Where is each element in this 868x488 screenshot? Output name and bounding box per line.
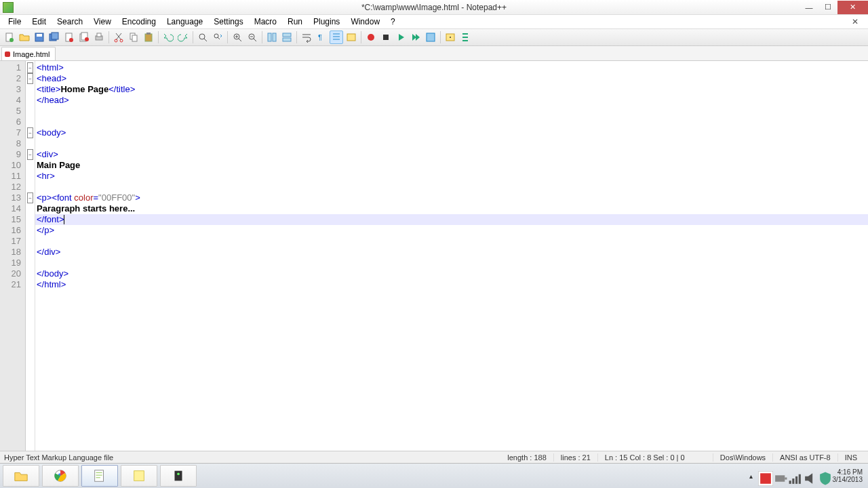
- code-line[interactable]: [35, 106, 868, 117]
- fold-toggle[interactable]: −: [27, 192, 33, 203]
- code-line[interactable]: </p>: [35, 225, 868, 236]
- user-lang-button[interactable]: [344, 30, 358, 44]
- fold-toggle[interactable]: −: [27, 73, 33, 84]
- sync-v-button[interactable]: [265, 30, 279, 44]
- play-macro-button[interactable]: [394, 30, 408, 44]
- indent-guide-button[interactable]: [330, 30, 343, 44]
- svg-rect-24: [273, 33, 276, 41]
- minimize-button[interactable]: —: [800, 1, 818, 14]
- zoom-in-button[interactable]: [231, 30, 244, 44]
- code-line[interactable]: [35, 138, 868, 149]
- code-line[interactable]: [35, 182, 868, 192]
- close-file-button[interactable]: [62, 30, 76, 44]
- code-line[interactable]: <p><font color="00FF00">: [35, 192, 868, 203]
- menu-window[interactable]: Window: [345, 16, 385, 28]
- record-macro-button[interactable]: [364, 30, 378, 44]
- menu-macro[interactable]: Macro: [249, 16, 282, 28]
- function-list-button[interactable]: [458, 30, 472, 44]
- menu-language[interactable]: Language: [161, 16, 208, 28]
- menu-view[interactable]: View: [88, 16, 117, 28]
- redo-button[interactable]: [176, 30, 190, 44]
- taskbar-clock[interactable]: 4:16 PM 3/14/2013: [833, 468, 866, 483]
- tray-power-icon[interactable]: [773, 471, 783, 481]
- taskbar-chrome[interactable]: [42, 465, 79, 487]
- cut-button[interactable]: [112, 30, 125, 44]
- play-multi-button[interactable]: [409, 30, 422, 44]
- svg-rect-44: [792, 479, 794, 484]
- fold-toggle[interactable]: −: [27, 62, 33, 73]
- svg-point-10: [85, 37, 89, 41]
- replace-button[interactable]: [211, 30, 224, 44]
- paste-button[interactable]: [142, 30, 155, 44]
- code-line[interactable]: <div>: [35, 149, 868, 160]
- tray-network-icon[interactable]: [788, 471, 797, 481]
- maximize-button[interactable]: ☐: [818, 1, 837, 14]
- code-line[interactable]: </html>: [35, 279, 868, 290]
- sync-h-button[interactable]: [280, 30, 294, 44]
- code-line[interactable]: </body>: [35, 268, 868, 279]
- svg-point-39: [177, 472, 180, 475]
- fold-toggle[interactable]: −: [27, 149, 33, 160]
- close-document-button[interactable]: ✕: [846, 16, 864, 28]
- taskbar-notes[interactable]: [121, 465, 157, 487]
- editor[interactable]: 123456789101112131415161718192021 −−−−− …: [0, 61, 868, 451]
- code-line[interactable]: <hr>: [35, 171, 868, 182]
- close-button[interactable]: ✕: [837, 1, 868, 14]
- menu-search[interactable]: Search: [52, 16, 88, 28]
- copy-button[interactable]: [127, 30, 140, 44]
- zoom-out-button[interactable]: [245, 30, 259, 44]
- tray-chevron-icon[interactable]: ▴: [749, 472, 753, 480]
- menu-help[interactable]: ?: [385, 16, 401, 28]
- menu-settings[interactable]: Settings: [208, 16, 248, 28]
- tray-volume-icon[interactable]: [803, 471, 812, 481]
- menu-edit[interactable]: Edit: [26, 16, 52, 28]
- code-line[interactable]: <html>: [35, 62, 868, 73]
- print-button[interactable]: [92, 30, 106, 44]
- fold-toggle[interactable]: −: [27, 127, 33, 138]
- menu-bar: File Edit Search View Encoding Language …: [0, 15, 868, 28]
- tray-flag-icon[interactable]: [758, 471, 768, 481]
- menu-plugins[interactable]: Plugins: [308, 16, 345, 28]
- code-area[interactable]: <html><head><title>Home Page</title></he…: [35, 61, 868, 451]
- title-bar: *C:\wamp\www\Image.html - Notepad++ — ☐ …: [0, 0, 868, 15]
- save-button[interactable]: [33, 30, 46, 44]
- undo-button[interactable]: [161, 30, 175, 44]
- new-file-button[interactable]: [3, 30, 16, 44]
- code-line[interactable]: </head>: [35, 95, 868, 106]
- svg-rect-43: [789, 481, 791, 484]
- file-tab[interactable]: Image.html: [1, 47, 56, 60]
- code-line[interactable]: <body>: [35, 127, 868, 138]
- system-tray: ▴ 4:16 PM 3/14/2013: [749, 468, 866, 483]
- status-insert-mode: INS: [838, 453, 864, 462]
- code-line[interactable]: [35, 258, 868, 268]
- menu-file[interactable]: File: [3, 16, 26, 28]
- code-line[interactable]: Paragraph starts here...: [35, 203, 868, 214]
- taskbar-wamp[interactable]: [160, 465, 197, 487]
- code-line[interactable]: </font>: [35, 214, 868, 225]
- status-length: length : 188: [500, 453, 554, 462]
- taskbar-notepadpp[interactable]: [81, 465, 118, 487]
- code-line[interactable]: Main Page: [35, 160, 868, 171]
- svg-rect-23: [268, 33, 271, 41]
- show-spaces-button[interactable]: [443, 30, 457, 44]
- svg-rect-18: [146, 33, 151, 35]
- save-all-button[interactable]: [47, 30, 61, 44]
- menu-run[interactable]: Run: [282, 16, 308, 28]
- taskbar-explorer[interactable]: [3, 465, 39, 487]
- stop-macro-button[interactable]: [379, 30, 393, 44]
- code-line[interactable]: <title>Home Page</title>: [35, 84, 868, 95]
- wordwrap-button[interactable]: [300, 30, 313, 44]
- code-line[interactable]: [35, 236, 868, 247]
- code-line[interactable]: </div>: [35, 247, 868, 258]
- code-line[interactable]: <head>: [35, 73, 868, 84]
- tray-shield-icon[interactable]: [818, 471, 827, 481]
- show-all-chars-button[interactable]: ¶: [315, 30, 328, 44]
- open-file-button[interactable]: [18, 30, 31, 44]
- save-macro-button[interactable]: [424, 30, 437, 44]
- close-all-button[interactable]: [77, 30, 91, 44]
- find-button[interactable]: [196, 30, 210, 44]
- svg-rect-28: [347, 34, 355, 41]
- menu-encoding[interactable]: Encoding: [117, 16, 161, 28]
- svg-rect-3: [37, 34, 42, 37]
- code-line[interactable]: [35, 117, 868, 127]
